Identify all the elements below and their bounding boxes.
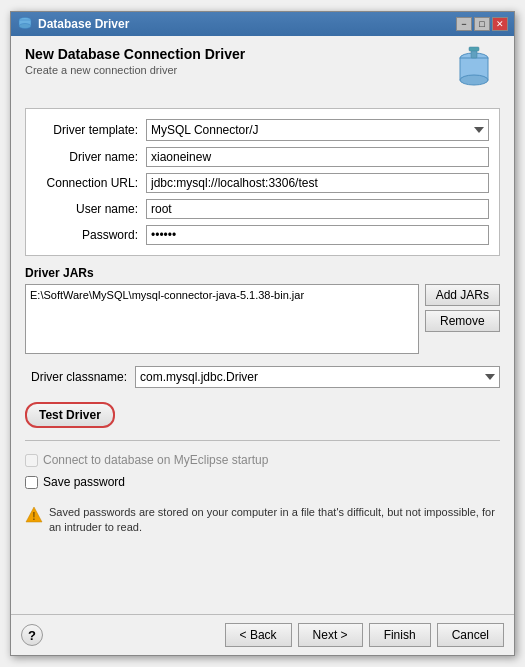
driver-name-input[interactable] (146, 147, 489, 167)
jars-panel: E:\SoftWare\MySQL\mysql-connector-java-5… (25, 284, 500, 354)
user-name-row: User name: (36, 199, 489, 219)
header-text: New Database Connection Driver Create a … (25, 46, 245, 76)
save-password-label: Save password (43, 475, 125, 489)
password-input[interactable] (146, 225, 489, 245)
classname-select[interactable]: com.mysql.jdbc.Driver (135, 366, 500, 388)
svg-rect-7 (469, 47, 479, 51)
user-name-label: User name: (36, 202, 146, 216)
help-button[interactable]: ? (21, 624, 43, 646)
save-password-checkbox-row: Save password (25, 475, 500, 489)
connect-checkbox[interactable] (25, 454, 38, 467)
title-bar: Database Driver − □ ✕ (11, 12, 514, 36)
page-title: New Database Connection Driver (25, 46, 245, 62)
password-label: Password: (36, 228, 146, 242)
footer-left: ? (21, 624, 43, 646)
driver-template-select[interactable]: MySQL Connector/J (146, 119, 489, 141)
divider (25, 440, 500, 441)
warning-text: Saved passwords are stored on your compu… (49, 505, 500, 536)
svg-point-5 (460, 75, 488, 85)
classname-label: Driver classname: (25, 370, 135, 384)
minimize-button[interactable]: − (456, 17, 472, 31)
connect-checkbox-row: Connect to database on MyEclipse startup (25, 453, 500, 467)
add-jars-button[interactable]: Add JARs (425, 284, 500, 306)
close-button[interactable]: ✕ (492, 17, 508, 31)
cancel-button[interactable]: Cancel (437, 623, 504, 647)
next-button[interactable]: Next > (298, 623, 363, 647)
svg-point-2 (19, 24, 31, 29)
main-window: Database Driver − □ ✕ New Database Conne… (10, 11, 515, 656)
classname-row: Driver classname: com.mysql.jdbc.Driver (25, 366, 500, 388)
maximize-button[interactable]: □ (474, 17, 490, 31)
jars-label: Driver JARs (25, 266, 500, 280)
title-controls: − □ ✕ (456, 17, 508, 31)
driver-name-label: Driver name: (36, 150, 146, 164)
form-panel: Driver template: MySQL Connector/J Drive… (25, 108, 500, 256)
warning-section: ! Saved passwords are stored on your com… (25, 501, 500, 540)
content-area: New Database Connection Driver Create a … (11, 36, 514, 614)
jars-buttons: Add JARs Remove (425, 284, 500, 354)
driver-name-row: Driver name: (36, 147, 489, 167)
title-bar-left: Database Driver (17, 16, 129, 32)
finish-button[interactable]: Finish (369, 623, 431, 647)
test-driver-button[interactable]: Test Driver (25, 402, 115, 428)
driver-template-label: Driver template: (36, 123, 146, 137)
connection-url-row: Connection URL: (36, 173, 489, 193)
db-icon (448, 46, 500, 96)
user-name-input[interactable] (146, 199, 489, 219)
footer: ? < Back Next > Finish Cancel (11, 614, 514, 655)
remove-button[interactable]: Remove (425, 310, 500, 332)
test-driver-container: Test Driver (25, 396, 500, 428)
save-password-checkbox[interactable] (25, 476, 38, 489)
window-title: Database Driver (38, 17, 129, 31)
back-button[interactable]: < Back (225, 623, 292, 647)
title-database-icon (17, 16, 33, 32)
connection-url-label: Connection URL: (36, 176, 146, 190)
page-subtitle: Create a new connection driver (25, 64, 245, 76)
footer-buttons: < Back Next > Finish Cancel (225, 623, 504, 647)
header-section: New Database Connection Driver Create a … (25, 46, 500, 96)
svg-text:!: ! (32, 511, 35, 522)
jars-section: Driver JARs E:\SoftWare\MySQL\mysql-conn… (25, 266, 500, 354)
connection-url-input[interactable] (146, 173, 489, 193)
jars-list[interactable]: E:\SoftWare\MySQL\mysql-connector-java-5… (25, 284, 419, 354)
password-row: Password: (36, 225, 489, 245)
driver-template-row: Driver template: MySQL Connector/J (36, 119, 489, 141)
jar-path: E:\SoftWare\MySQL\mysql-connector-java-5… (30, 289, 304, 301)
warning-icon: ! (25, 506, 43, 524)
connect-label: Connect to database on MyEclipse startup (43, 453, 268, 467)
